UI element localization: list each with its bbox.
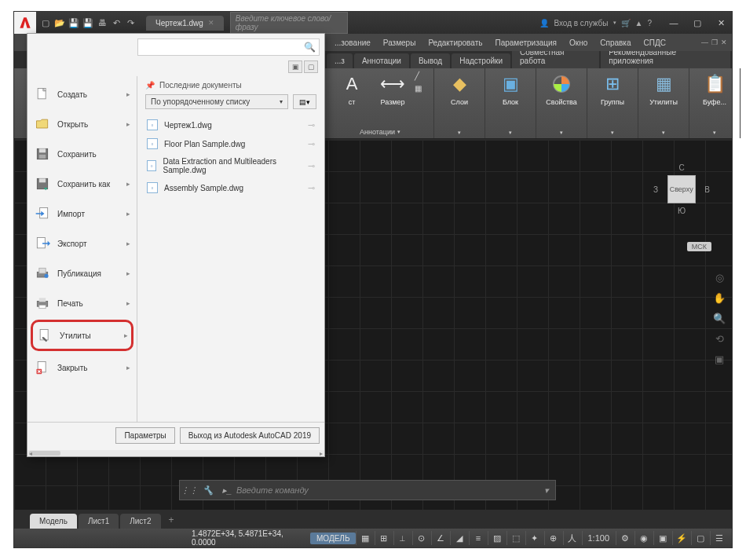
polar-toggle-icon[interactable]: ⊙ — [412, 531, 430, 545]
view-mode-button[interactable]: ▤▾ — [293, 94, 316, 109]
open-docs-icon[interactable]: ▢ — [304, 60, 318, 73]
new-icon[interactable]: ▢ — [39, 16, 52, 29]
appmenu-saveas[interactable]: Сохранить как▸ — [27, 169, 137, 199]
appmenu-save[interactable]: Сохранить — [27, 139, 137, 169]
block-button[interactable]: ▣Блок — [492, 71, 529, 106]
dimension-button[interactable]: ⟷Размер — [374, 71, 411, 106]
minimize-button[interactable]: — — [663, 13, 685, 32]
ribbon-tab[interactable]: ...з — [327, 53, 353, 68]
command-line[interactable]: ⋮⋮ 🔧 ▸_ Введите команду ▾ — [179, 480, 556, 500]
ribbon-tab[interactable]: Надстройки — [452, 53, 510, 68]
close-tab-icon[interactable]: ✕ — [208, 19, 214, 27]
pin-toggle-icon[interactable]: ⊸ — [308, 139, 315, 149]
document-tab[interactable]: Чертеж1.dwg ✕ — [146, 16, 224, 31]
keyword-search[interactable]: Введите ключевое слово/фразу — [230, 12, 348, 34]
wcs-badge[interactable]: МСК — [687, 242, 711, 251]
lineweight-icon[interactable]: ≡ — [469, 531, 486, 545]
viewcube-west[interactable]: З — [653, 185, 658, 194]
layout-tab[interactable]: Лист2 — [120, 514, 160, 529]
plot-icon[interactable]: 🖶 — [96, 16, 108, 29]
zoom-icon[interactable]: 🔍 — [711, 310, 727, 326]
maximize-button[interactable]: ▢ — [686, 13, 708, 32]
appmenu-scrollbar[interactable]: ◂ ▸ — [27, 450, 324, 456]
add-layout-button[interactable]: + — [163, 511, 181, 529]
annotation-scale-icon[interactable]: 人 — [563, 531, 580, 545]
viewcube-east[interactable]: В — [704, 185, 710, 194]
viewcube-top[interactable]: Сверху — [667, 175, 696, 203]
showmotion-icon[interactable]: ▣ — [711, 351, 727, 367]
menu-item[interactable]: Параметризация — [488, 36, 563, 49]
groups-button[interactable]: ⊞Группы — [594, 71, 631, 106]
layers-button[interactable]: ◆Слои — [441, 71, 478, 106]
appmenu-import[interactable]: Импорт▸ — [27, 199, 137, 229]
ribbon-tab[interactable]: Вывод — [411, 53, 450, 68]
ribbon-tab[interactable]: Аннотации — [354, 53, 409, 68]
selection-icon[interactable]: ⬚ — [506, 531, 524, 545]
steering-wheel-icon[interactable]: ◎ — [711, 269, 727, 285]
open-icon[interactable]: 📂 — [53, 16, 66, 29]
appmenu-print[interactable]: Печать▸ — [27, 288, 137, 318]
viewcube[interactable]: С З Сверху В Ю — [653, 163, 710, 234]
login-label[interactable]: Вход в службы — [554, 19, 608, 27]
menu-item[interactable]: Справка — [594, 36, 637, 49]
saveas-icon[interactable]: 💾 — [82, 16, 94, 29]
recent-doc[interactable]: ▫Data Extraction and Multileaders Sample… — [145, 153, 316, 178]
menu-item[interactable]: Размеры — [377, 36, 422, 49]
table-icon[interactable]: ▦ — [415, 84, 427, 95]
appmenu-new[interactable]: Создать▸ — [27, 79, 137, 109]
doc-close-button[interactable]: ✕ — [721, 38, 727, 46]
model-space-button[interactable]: МОДЕЛЬ — [310, 533, 356, 544]
appmenu-utilities[interactable]: Утилиты▸ — [31, 320, 133, 351]
scrollbar-thumb[interactable] — [29, 451, 60, 456]
appmenu-close[interactable]: Закрыть▸ — [27, 353, 137, 382]
osnap-toggle-icon[interactable]: ∠ — [431, 531, 448, 545]
isolate-icon[interactable]: ▣ — [653, 531, 671, 545]
cmdline-handle-icon[interactable]: ⋮⋮ — [180, 485, 199, 496]
otrack-toggle-icon[interactable]: ◢ — [450, 531, 467, 545]
scale-label[interactable]: 1:100 — [582, 531, 614, 545]
orbit-icon[interactable]: ⟲ — [711, 331, 727, 346]
appmenu-open[interactable]: Открыть▸ — [27, 109, 137, 139]
viewcube-north[interactable]: С — [653, 163, 710, 172]
appmenu-search[interactable]: 🔍 — [137, 38, 320, 56]
recent-docs-icon[interactable]: ▣ — [288, 60, 302, 73]
app-logo[interactable] — [14, 12, 36, 34]
recent-doc[interactable]: ▫Floor Plan Sample.dwg⊸ — [145, 134, 316, 153]
scroll-right-icon[interactable]: ▸ — [320, 450, 323, 457]
utilities-button[interactable]: ▦Утилиты — [645, 71, 682, 106]
properties-button[interactable]: Свойства — [543, 71, 580, 106]
pin-toggle-icon[interactable]: ⊸ — [308, 120, 315, 130]
transparency-icon[interactable]: ▨ — [488, 531, 505, 545]
annotation-monitor-icon[interactable]: ◉ — [634, 531, 652, 545]
scroll-left-icon[interactable]: ◂ — [29, 450, 32, 457]
user-icon[interactable]: 👤 — [539, 19, 549, 27]
customize-icon[interactable]: ☰ — [710, 531, 727, 545]
menu-item[interactable]: Редактировать — [422, 36, 488, 49]
pin-toggle-icon[interactable]: ⊸ — [308, 161, 315, 171]
snap-toggle-icon[interactable]: ⊞ — [375, 531, 392, 545]
leader-icon[interactable]: ╱ — [415, 71, 427, 82]
app-icon[interactable]: ▲ — [635, 19, 643, 27]
pan-icon[interactable]: ✋ — [711, 290, 727, 306]
exit-button[interactable]: Выход из Autodesk AutoCAD 2019 — [180, 427, 320, 444]
ortho-toggle-icon[interactable]: ⟂ — [393, 531, 411, 545]
appmenu-export[interactable]: Экспорт▸ — [27, 229, 137, 258]
grid-toggle-icon[interactable]: ▦ — [356, 531, 373, 545]
exchange-icon[interactable]: 🛒 — [621, 19, 631, 27]
doc-restore-button[interactable]: ❐ — [711, 38, 718, 46]
menu-item[interactable]: Окно — [563, 36, 594, 49]
menu-item[interactable]: СПДС — [638, 36, 672, 49]
workspace-icon[interactable]: ⚙ — [616, 531, 633, 545]
viewcube-south[interactable]: Ю — [653, 207, 710, 215]
options-button[interactable]: Параметры — [115, 427, 174, 444]
panel-label[interactable]: Аннотации▾ — [360, 127, 400, 137]
dynamic-input-icon[interactable]: ⊕ — [544, 531, 561, 545]
cmdline-customize-icon[interactable]: 🔧 — [199, 485, 218, 496]
hardware-accel-icon[interactable]: ⚡ — [672, 531, 689, 545]
cmdline-dropdown-icon[interactable]: ▾ — [538, 485, 555, 496]
recent-doc[interactable]: ▫Assembly Sample.dwg⊸ — [145, 178, 316, 197]
pin-toggle-icon[interactable]: ⊸ — [308, 183, 315, 193]
menu-item[interactable]: ...зование — [328, 36, 377, 49]
clipboard-button[interactable]: 📋Буфе... — [696, 71, 733, 106]
layout-tab[interactable]: Лист1 — [79, 514, 119, 529]
